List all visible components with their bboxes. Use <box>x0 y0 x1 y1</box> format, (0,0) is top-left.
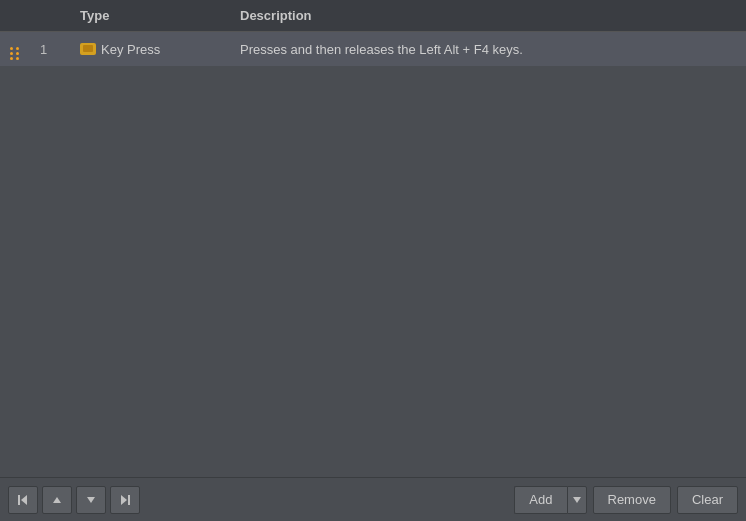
type-label: Key Press <box>101 42 160 57</box>
svg-rect-0 <box>18 495 20 505</box>
svg-marker-1 <box>21 495 27 505</box>
main-container: Type Description 1Key PressPresses and t… <box>0 0 746 521</box>
table-header-row: Type Description <box>0 0 746 32</box>
svg-marker-5 <box>121 495 127 505</box>
remove-button[interactable]: Remove <box>593 486 671 514</box>
last-button[interactable] <box>110 486 140 514</box>
col-description: Description <box>230 0 746 32</box>
table-row[interactable]: 1Key PressPresses and then releases the … <box>0 32 746 67</box>
action-table: Type Description 1Key PressPresses and t… <box>0 0 746 66</box>
clear-button[interactable]: Clear <box>677 486 738 514</box>
svg-marker-6 <box>573 497 581 503</box>
svg-marker-3 <box>87 497 95 503</box>
table-area: Type Description 1Key PressPresses and t… <box>0 0 746 477</box>
row-number: 1 <box>30 32 70 67</box>
add-dropdown-button[interactable] <box>567 486 587 514</box>
add-container: Add <box>514 486 586 514</box>
down-button[interactable] <box>76 486 106 514</box>
row-type: Key Press <box>70 32 230 67</box>
add-button[interactable]: Add <box>514 486 566 514</box>
up-button[interactable] <box>42 486 72 514</box>
right-buttons: Add Remove Clear <box>514 486 738 514</box>
col-type: Type <box>70 0 230 32</box>
svg-rect-4 <box>128 495 130 505</box>
bottom-bar: Add Remove Clear <box>0 477 746 521</box>
svg-marker-2 <box>53 497 61 503</box>
first-button[interactable] <box>8 486 38 514</box>
col-number <box>30 0 70 32</box>
nav-buttons <box>8 486 140 514</box>
key-press-icon <box>80 43 96 55</box>
drag-handle-cell <box>0 32 30 67</box>
col-drag <box>0 0 30 32</box>
drag-handle[interactable] <box>10 47 20 60</box>
row-description: Presses and then releases the Left Alt +… <box>230 32 746 67</box>
